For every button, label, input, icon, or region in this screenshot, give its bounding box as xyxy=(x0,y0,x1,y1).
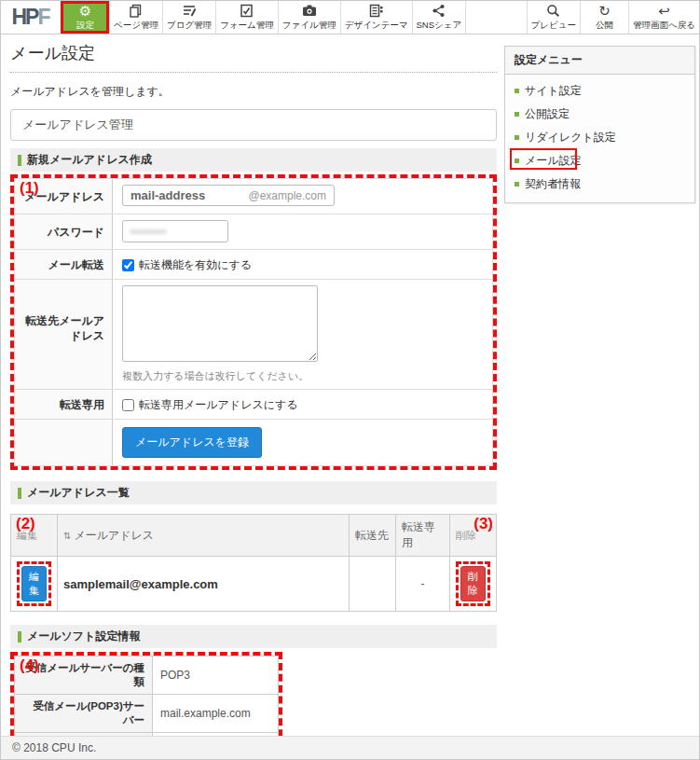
section-title: メールアドレス一覧 xyxy=(27,485,130,501)
nav-settings[interactable]: ⚙ 設定 xyxy=(61,1,109,34)
forward-to-cell xyxy=(350,557,396,612)
edit-column-header: 編集 xyxy=(17,530,37,541)
nav-label: フォーム管理 xyxy=(220,20,274,32)
green-square-icon xyxy=(515,89,519,93)
sidebar-item-redirect-settings[interactable]: リダイレクト設定 xyxy=(505,126,694,149)
green-square-icon xyxy=(515,182,519,187)
nav-design-theme[interactable]: デザインテーマ xyxy=(340,1,412,34)
field-label: 転送専用 xyxy=(15,390,112,419)
logo-text-last: F xyxy=(37,5,49,30)
search-icon xyxy=(546,4,560,19)
mail-address-input[interactable]: mail-address @example.com xyxy=(122,185,335,206)
mail-address-management-box: メールアドレス管理 xyxy=(10,109,497,141)
form-row-password: パスワード •••••••• xyxy=(15,214,492,250)
sidebar-title: 設定メニュー xyxy=(505,47,694,75)
delete-button[interactable]: 削除 xyxy=(460,566,486,601)
app-logo[interactable]: HPF xyxy=(1,1,61,34)
page-description: メールアドレスを管理します。 xyxy=(10,84,497,100)
mail-column-header[interactable]: ⇅メールアドレス xyxy=(58,515,350,557)
sidebar-item-publish-settings[interactable]: 公開設定 xyxy=(505,103,694,126)
annotation-box-2: 編集 xyxy=(17,561,51,606)
nav-blog-management[interactable]: ブログ管理 xyxy=(162,1,215,34)
register-mail-button[interactable]: メールアドレスを登録 xyxy=(122,427,262,458)
nav-file-management[interactable]: ファイル管理 xyxy=(278,1,340,34)
nav-label: ブログ管理 xyxy=(167,20,212,32)
nav-label: 管理画面へ戻る xyxy=(633,20,695,32)
nav-label: 公開 xyxy=(596,20,613,32)
form-icon xyxy=(240,4,254,19)
forward-enable-checkbox[interactable] xyxy=(122,259,134,271)
settings-menu-sidebar: 設定メニュー サイト設定 公開設定 リダイレクト設定 メール設定 契約者情報 xyxy=(504,46,695,203)
forward-to-textarea[interactable] xyxy=(122,285,318,362)
nav-publish[interactable]: ↻ 公開 xyxy=(580,1,628,34)
nav-back-to-admin[interactable]: ↩ 管理画面へ戻る xyxy=(628,1,699,34)
forward-enable-option: 転送機能を有効にする xyxy=(122,256,483,273)
nav-page-management[interactable]: ページ管理 xyxy=(109,1,162,34)
section-header-list: メールアドレス一覧 xyxy=(10,481,497,504)
sidebar-item-label: リダイレクト設定 xyxy=(525,130,616,145)
sidebar-item-label: 契約者情報 xyxy=(525,176,581,192)
gear-icon: ⚙ xyxy=(79,4,91,19)
blog-icon xyxy=(183,4,197,19)
forward-only-column-header: 転送専用 xyxy=(396,515,450,557)
green-square-icon xyxy=(515,159,519,163)
setting-label: 受信メールサーバーの種類 xyxy=(15,656,153,695)
mail-address-value: mail-address xyxy=(130,188,205,202)
green-square-icon xyxy=(515,112,519,117)
forward-to-note: 複数入力する場合は改行してください。 xyxy=(122,369,483,383)
forward-only-option: 転送専用メールアドレスにする xyxy=(122,395,483,413)
mail-address-row: 編集 samplemail@example.com - 削除 xyxy=(11,557,497,612)
camera-icon xyxy=(302,4,317,19)
nav-label: デザインテーマ xyxy=(345,20,408,32)
checkbox-label: 転送機能を有効にする xyxy=(139,257,252,273)
password-masked-value: •••••••• xyxy=(130,226,167,237)
nav-label: プレビュー xyxy=(531,20,576,32)
field-label-empty xyxy=(15,420,112,465)
mail-address-cell: samplemail@example.com xyxy=(58,557,350,612)
section-title: 新規メールアドレス作成 xyxy=(27,152,152,168)
delete-column-header: 削除 xyxy=(456,530,476,541)
section-header-software: メールソフト設定情報 xyxy=(10,625,497,648)
create-mail-form: メールアドレス mail-address @example.com パスワード … xyxy=(14,178,493,466)
field-label: メール転送 xyxy=(15,250,112,279)
sidebar-item-site-settings[interactable]: サイト設定 xyxy=(505,79,694,103)
page-footer: © 2018 CPU Inc. xyxy=(1,736,699,759)
nav-form-management[interactable]: フォーム管理 xyxy=(215,1,278,34)
section-title: メールソフト設定情報 xyxy=(27,629,140,644)
publish-refresh-icon: ↻ xyxy=(598,4,611,19)
field-label: パスワード xyxy=(15,214,112,249)
nav-sns-share[interactable]: SNSシェア xyxy=(412,1,467,34)
sort-icon[interactable]: ⇅ xyxy=(63,531,71,541)
password-input[interactable]: •••••••• xyxy=(122,220,228,242)
nav-spacer xyxy=(466,1,526,34)
field-label: 転送先メールアドレス xyxy=(15,280,112,389)
main-content: メール設定 メールアドレスを管理します。 メールアドレス管理 新規メールアドレス… xyxy=(10,42,497,760)
page-title: メール設定 xyxy=(10,42,497,73)
sidebar-item-contractor-info[interactable]: 契約者情報 xyxy=(505,173,694,196)
admin-page: HPF ⚙ 設定 ページ管理 ブログ管理 フォーム管理 xyxy=(0,0,700,760)
form-row-forward-to: 転送先メールアドレス 複数入力する場合は改行してください。 xyxy=(15,280,492,390)
form-row-forward: メール転送 転送機能を有効にする xyxy=(15,250,492,280)
annotation-box-1: (1) メールアドレス mail-address @example.com パス… xyxy=(10,174,497,470)
theme-icon xyxy=(369,4,384,19)
forward-only-checkbox[interactable] xyxy=(122,399,134,411)
return-arrow-icon: ↩ xyxy=(658,4,670,19)
table-row: 受信メールサーバーの種類 POP3 xyxy=(15,656,279,695)
nav-label: ページ管理 xyxy=(114,20,158,32)
form-row-mail-address: メールアドレス mail-address @example.com xyxy=(15,179,492,214)
table-row: 受信メール(POP3)サーバー mail.example.com xyxy=(15,695,279,733)
forward-to-column-header: 転送先 xyxy=(350,515,396,557)
green-bullet-icon xyxy=(18,631,21,643)
green-square-icon xyxy=(515,135,519,140)
sidebar-item-mail-settings[interactable]: メール設定 xyxy=(505,149,694,173)
share-icon xyxy=(432,4,446,19)
edit-button[interactable]: 編集 xyxy=(21,566,47,601)
form-row-submit: メールアドレスを登録 xyxy=(15,420,492,465)
sidebar-item-label: 公開設定 xyxy=(525,106,570,122)
annotation-box-3: 削除 xyxy=(456,561,490,606)
nav-preview[interactable]: プレビュー xyxy=(527,1,580,34)
nav-label: ファイル管理 xyxy=(282,20,336,32)
top-navigation-bar: HPF ⚙ 設定 ページ管理 ブログ管理 フォーム管理 xyxy=(1,1,699,35)
green-bullet-icon xyxy=(18,488,21,499)
setting-value: mail.example.com xyxy=(153,695,279,733)
